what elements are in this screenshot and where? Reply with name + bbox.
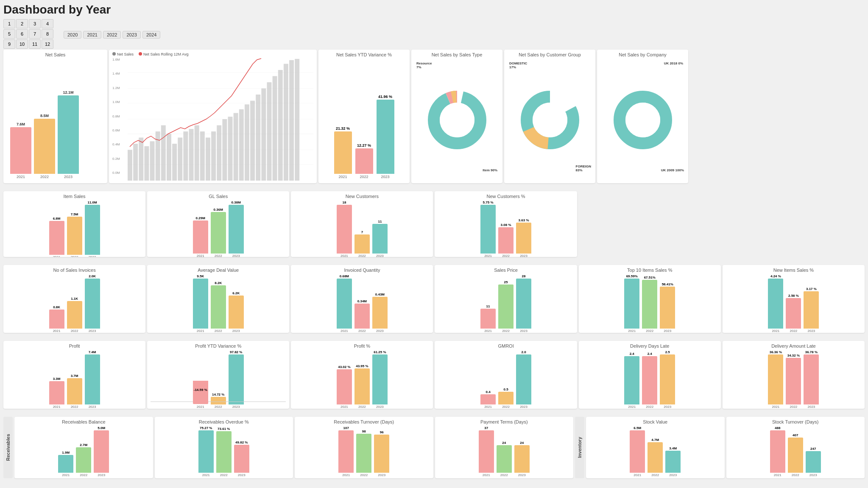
svg-rect-21 <box>206 138 210 181</box>
new-items-card: New Items Sales % 4.24 % 2021 2.58 % 202… <box>723 265 865 333</box>
svg-rect-12 <box>156 131 160 181</box>
last-row: Receivables Receivables Balance 1.9M 202… <box>3 417 865 478</box>
row3: No of Sales Invoices 0.8K 2021 1.1K 2022… <box>3 265 865 333</box>
month-btn-3[interactable]: 3 <box>29 19 41 28</box>
top10-card: Top 10 Items Sales % 69.59% 2021 67.51% … <box>579 265 721 333</box>
gl-sales-card: GL Sales 0.29M 2021 0.36M 2022 0.38M 202… <box>147 191 289 257</box>
by-company-label-2018: UK 2018 0% <box>664 61 683 65</box>
svg-rect-24 <box>222 119 227 181</box>
sales-type-label-item: Item 90% <box>483 168 497 172</box>
year-btn-2022[interactable]: 2022 <box>103 31 121 39</box>
row4: Profit 3.3M 2021 3.7M 2022 7.4M 2023 <box>3 341 865 409</box>
rolling-chart-svg <box>128 58 313 181</box>
month-btn-6[interactable]: 6 <box>16 29 28 39</box>
avg-deal-card: Average Deal Value 9.5K 2021 8.2K 2022 6… <box>147 265 289 333</box>
ytd-card: Net Sales YTD Variance % 21.32 % 2021 12… <box>318 50 410 183</box>
month-btn-4[interactable]: 4 <box>42 19 53 28</box>
svg-rect-27 <box>239 109 244 181</box>
svg-rect-28 <box>245 104 249 181</box>
invoiced-qty-card: Invoiced Quantity 0.68M 2021 0.34M 2022 … <box>291 265 433 333</box>
svg-rect-11 <box>150 141 155 181</box>
row2: Item Sales 6.8M 2021 7.5M 2022 11.0M 202… <box>3 191 865 257</box>
svg-point-44 <box>533 103 567 137</box>
svg-rect-20 <box>200 131 205 181</box>
month-btn-8[interactable]: 8 <box>42 29 53 39</box>
svg-rect-36 <box>289 60 294 181</box>
title-section: Dashboard by Year 1 2 3 4 5 6 7 8 9 10 1… <box>3 3 139 49</box>
dashboard: Dashboard by Year 1 2 3 4 5 6 7 8 9 10 1… <box>0 0 868 488</box>
svg-rect-26 <box>234 113 238 181</box>
stock-value-card: Stock Value 6.5M 2021 4.7M 2022 3.4M 202… <box>586 417 725 478</box>
profit-card: Profit 3.3M 2021 3.7M 2022 7.4M 2023 <box>3 341 145 409</box>
sales-price-card: Sales Price 11 2021 25 2022 28 2023 <box>435 265 577 333</box>
year-btn-2021[interactable]: 2021 <box>83 31 101 39</box>
svg-rect-37 <box>295 59 299 181</box>
month-btn-12[interactable]: 12 <box>42 39 53 49</box>
ytd-title: Net Sales YTD Variance % <box>322 52 406 57</box>
item-sales-card: Item Sales 6.8M 2021 7.5M 2022 11.0M 202… <box>3 191 145 257</box>
dashboard-title: Dashboard by Year <box>3 3 139 17</box>
receivables-label: Receivables <box>3 417 13 478</box>
year-btn-2023[interactable]: 2023 <box>123 31 140 39</box>
svg-rect-30 <box>256 95 260 181</box>
payment-terms-card: Payment Terms (Days) 37 2021 24 2022 24 … <box>435 417 574 478</box>
by-company-donut <box>609 86 677 154</box>
net-sales-val-2022: 8.5M <box>40 114 49 118</box>
month-grid: 1 2 3 4 5 6 7 8 9 10 11 12 <box>3 19 53 49</box>
year-btn-2020[interactable]: 2020 <box>64 31 81 39</box>
by-company-card: Net Sales by Company UK 2018 0% UK 2009 … <box>597 50 688 183</box>
svg-rect-17 <box>183 131 188 181</box>
svg-rect-35 <box>284 64 288 181</box>
by-company-label-2009: UK 2009 100% <box>661 168 684 172</box>
svg-rect-15 <box>172 144 177 181</box>
by-company-title: Net Sales by Company <box>600 52 685 57</box>
sales-type-title: Net Sales by Sales Type <box>415 52 499 57</box>
stock-turnover-card: Stock Turnover (Days) 488 2021 407 2022 … <box>726 417 865 478</box>
month-btn-9[interactable]: 9 <box>3 39 15 49</box>
new-customers-card: New Customers 18 2021 7 2022 11 2023 <box>291 191 433 257</box>
inventory-label: Inventory <box>575 417 584 478</box>
rolling-chart-area <box>128 58 313 181</box>
customer-group-card: Net Sales by Customer Group DOMESTIC17% … <box>504 50 595 183</box>
svg-rect-22 <box>211 131 216 181</box>
month-btn-7[interactable]: 7 <box>29 29 41 39</box>
svg-rect-31 <box>261 89 266 181</box>
profit-pct-card: Profit % 43.02 % 2021 43.95 % 2022 61.25… <box>291 341 433 409</box>
rolling-card: Net Sales Net Sales Rolling 12M Avg 1.6M… <box>109 50 317 183</box>
svg-rect-33 <box>273 76 277 181</box>
net-sales-bar-2023 <box>58 95 79 174</box>
year-filter: 2020 2021 2022 2023 2024 <box>64 31 160 39</box>
svg-rect-34 <box>278 70 283 181</box>
svg-rect-19 <box>195 125 199 181</box>
sales-type-label-resource: Resource7% <box>416 61 432 69</box>
receivables-turnover-card: Receivables Turnover (Days) 107 2021 98 … <box>295 417 433 478</box>
receivables-overdue-card: Receivables Overdue % 75.27 % 2021 73.61… <box>155 417 293 478</box>
customer-group-label-foreign: FOREIGN83% <box>576 165 591 172</box>
rolling-legend: Net Sales Net Sales Rolling 12M Avg <box>112 52 313 56</box>
net-sales-title: Net Sales <box>7 52 104 57</box>
svg-rect-23 <box>217 125 221 181</box>
net-sales-bar-2021 <box>10 127 31 174</box>
delivery-days-card: Delivery Days Late 2.4 2021 2.4 2022 2.5… <box>579 341 721 409</box>
month-btn-10[interactable]: 10 <box>16 39 28 49</box>
svg-rect-10 <box>144 146 149 181</box>
month-btn-11[interactable]: 11 <box>29 39 41 49</box>
svg-rect-7 <box>128 150 132 181</box>
month-btn-2[interactable]: 2 <box>16 19 28 28</box>
sales-type-card: Net Sales by Sales Type Resource7% Item … <box>411 50 502 183</box>
sales-type-donut <box>423 86 491 154</box>
svg-rect-32 <box>267 82 272 181</box>
month-btn-5[interactable]: 5 <box>3 29 15 39</box>
customer-group-title: Net Sales by Customer Group <box>508 52 592 57</box>
customer-group-label-domestic: DOMESTIC17% <box>509 61 527 69</box>
invoices-card: No of Sales Invoices 0.8K 2021 1.1K 2022… <box>3 265 145 333</box>
svg-rect-29 <box>250 101 255 181</box>
month-btn-1[interactable]: 1 <box>3 19 15 28</box>
net-sales-val-2023: 12.1M <box>63 90 73 95</box>
svg-rect-9 <box>139 138 143 181</box>
header-row: Dashboard by Year 1 2 3 4 5 6 7 8 9 10 1… <box>3 3 865 42</box>
net-sales-val-2021: 7.6M <box>17 122 25 126</box>
year-btn-2024[interactable]: 2024 <box>142 31 160 39</box>
receivables-balance-card: Receivables Balance 1.9M 2021 2.7M 2022 … <box>14 417 153 478</box>
new-customers-pct-card: New Customers % 5.75 % 2021 3.08 % 2022 … <box>435 191 577 257</box>
